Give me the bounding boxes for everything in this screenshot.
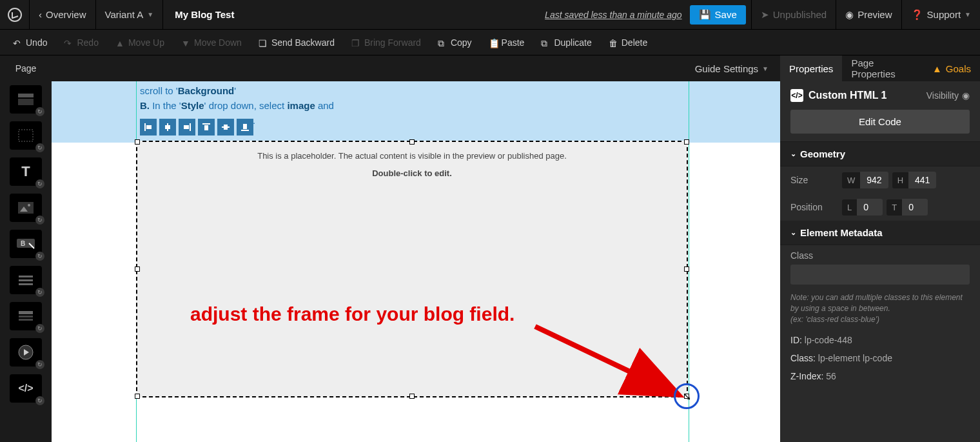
delete-button[interactable]: 🗑Delete [602,35,654,50]
edit-code-button[interactable]: Edit Code [790,110,970,134]
align-center-icon [163,123,172,132]
align-middle-icon [221,123,230,132]
eye-icon: ◉ [962,90,970,101]
svg-rect-26 [224,125,228,130]
annotation-arrow [535,326,683,413]
button-icon: B [16,238,35,250]
left-input[interactable]: L0 [842,199,883,216]
canvas[interactable]: scroll to 'Background' B. In the 'Style'… [52,81,780,442]
text-widget[interactable]: T↻ [10,157,42,186]
duplicate-button[interactable]: ⧉Duplicate [534,35,598,50]
panel-tabs: Properties Page Properties ▲Goals [780,55,980,81]
arrow-up-icon: ▲ [115,38,124,47]
position-row: Position L0 T0 [780,194,980,221]
svg-rect-14 [19,319,33,321]
image-icon [17,201,34,214]
guide-settings-dropdown[interactable]: Guide Settings ▼ [695,63,769,74]
html-widget[interactable]: </>↻ [10,374,42,403]
svg-rect-23 [202,123,210,125]
eye-icon: ◉ [845,9,854,21]
add-icon: ↻ [35,143,44,152]
metadata-header[interactable]: ⌄Element Metadata [780,221,980,245]
overview-button[interactable]: ‹ Overview [30,0,96,30]
svg-rect-13 [19,316,33,317]
top-input[interactable]: T0 [887,199,928,216]
position-label: Position [790,202,836,212]
svg-rect-11 [19,283,33,285]
visibility-toggle[interactable]: Visibility◉ [926,90,970,101]
annotation-text: adjust the frame for your blog field. [190,303,514,325]
last-saved-text[interactable]: Last saved less than a minute ago [545,10,689,20]
chevron-down-icon: ⌄ [790,228,796,237]
preview-button[interactable]: ◉ Preview [836,0,901,30]
save-icon: 💾 [699,9,711,21]
preview-label: Preview [858,9,892,20]
sidebar-header: Page [0,55,52,81]
tab-page-properties[interactable]: Page Properties [842,55,923,81]
add-icon: ↻ [35,216,44,225]
code-icon: </> [790,89,803,102]
copy-button[interactable]: ⧉Copy [431,35,478,50]
align-bottom-button[interactable] [237,119,253,136]
support-dropdown[interactable]: ❓ Support ▼ [901,0,980,30]
svg-rect-18 [146,125,152,129]
top-bar: ‹ Overview Variant A ▼ My Blog Test Last… [0,0,980,30]
image-widget[interactable]: ↻ [10,194,42,222]
send-backward-button[interactable]: ❏Send Backward [252,35,341,50]
annotation-circle: ⤡ [674,383,700,409]
tab-goals[interactable]: ▲Goals [923,55,980,81]
box-icon [17,128,34,143]
resize-handle-t[interactable] [409,139,415,145]
svg-rect-9 [19,276,33,277]
app-logo[interactable] [0,0,30,30]
resize-handle-l[interactable] [135,266,140,272]
class-row: Class [780,245,980,290]
height-input[interactable]: H441 [892,172,937,188]
class-input[interactable] [790,265,970,285]
svg-text:B: B [21,240,25,247]
undo-button[interactable]: ↶Undo [6,35,54,50]
redo-icon: ↷ [64,38,73,47]
chevron-down-icon: ⌄ [790,150,796,158]
align-center-button[interactable] [159,119,176,136]
unpublished-label: Unpublished [773,9,827,20]
widget-sidebar: Page ↻ ↻ T↻ ↻ B↻ ↻ ↻ ↻ </>↻ [0,55,52,442]
paste-button[interactable]: 📋Paste [482,35,531,50]
align-middle-button[interactable] [217,119,234,136]
resize-handle-r[interactable] [684,266,689,272]
save-button[interactable]: 💾 Save [690,5,746,25]
svg-point-6 [28,204,30,206]
tab-properties[interactable]: Properties [780,55,842,81]
arrow-down-icon: ▼ [181,38,190,47]
add-icon: ↻ [35,252,44,261]
unpublished-button[interactable]: ➤ Unpublished [751,0,836,30]
resize-handle-b[interactable] [409,394,415,399]
resize-handle-tr[interactable] [684,139,689,145]
list-widget[interactable]: ↻ [10,302,42,330]
svg-rect-2 [18,99,34,105]
code-icon: </> [18,383,33,394]
video-icon [18,345,34,360]
button-widget[interactable]: B↻ [10,230,42,258]
add-icon: ↻ [35,107,44,116]
align-right-button[interactable] [179,119,195,136]
section-widget[interactable]: ↻ [10,85,42,114]
variant-dropdown[interactable]: Variant A ▼ [96,0,164,30]
help-icon: ❓ [911,9,923,21]
width-input[interactable]: W942 [842,172,888,188]
align-left-button[interactable] [140,119,157,136]
warning-icon: ▲ [932,63,942,74]
alignment-toolbar [140,119,253,136]
undo-icon: ↶ [13,38,22,47]
box-widget[interactable]: ↻ [10,121,42,150]
svg-rect-3 [19,130,33,141]
geometry-header[interactable]: ⌄Geometry [780,142,980,166]
resize-handle-tl[interactable] [135,139,140,145]
resize-handle-bl[interactable] [135,394,140,399]
chevron-left-icon: ‹ [39,9,42,20]
video-widget[interactable]: ↻ [10,338,42,367]
align-bottom-icon [240,123,250,132]
copy-icon: ⧉ [438,38,447,47]
align-top-button[interactable] [198,119,215,136]
form-widget[interactable]: ↻ [10,266,42,294]
